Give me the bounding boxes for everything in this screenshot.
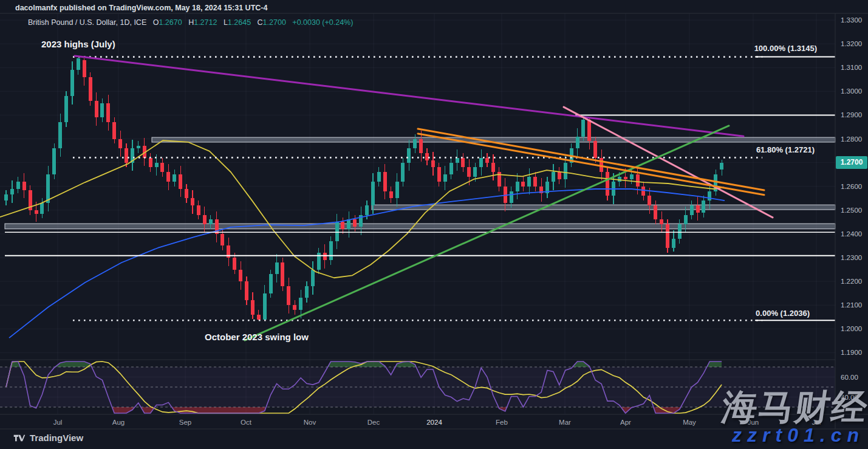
candle	[702, 201, 705, 213]
candle	[419, 139, 423, 153]
candle	[16, 182, 20, 189]
candle	[185, 189, 188, 199]
candle	[173, 174, 176, 182]
candle	[449, 163, 453, 175]
fib-label-618: 61.80% (1.2721)	[756, 145, 815, 154]
candle	[287, 286, 290, 305]
open-label: O	[153, 18, 159, 27]
candle	[648, 196, 651, 205]
low-value: 1.2645	[228, 18, 251, 27]
candle	[552, 172, 555, 182]
candle	[77, 58, 80, 70]
candle	[383, 172, 387, 191]
candle	[347, 219, 350, 229]
candle	[118, 139, 122, 149]
major-downtrend-purple	[75, 56, 743, 136]
publish-attribution: dacolmanfx published on TradingView.com,…	[15, 4, 267, 12]
candle	[269, 274, 273, 293]
candle	[166, 172, 170, 182]
candle	[666, 224, 669, 248]
candle	[95, 101, 98, 117]
candle	[233, 258, 236, 270]
candle	[281, 262, 284, 286]
last-price-badge: 1.2700	[836, 156, 867, 169]
candle	[311, 270, 315, 286]
candle	[636, 174, 640, 187]
candle	[40, 203, 44, 214]
candle	[203, 215, 207, 225]
candle	[160, 163, 164, 173]
candle	[365, 205, 369, 215]
candle	[100, 103, 104, 117]
candle	[22, 182, 26, 190]
candle	[10, 189, 14, 195]
candle	[220, 234, 224, 246]
candle	[275, 262, 279, 275]
candle	[696, 205, 700, 213]
candle	[708, 191, 711, 201]
candle	[641, 187, 645, 196]
candle	[467, 167, 471, 177]
candle	[293, 305, 296, 310]
candle	[456, 158, 459, 163]
candle	[179, 174, 182, 188]
candle	[4, 194, 8, 201]
candle	[558, 172, 561, 179]
candle	[299, 298, 302, 310]
candle	[389, 191, 393, 199]
candle	[83, 60, 86, 77]
change-value: +0.0030 (+0.24%)	[292, 18, 353, 27]
candle	[407, 148, 411, 162]
candle	[684, 215, 688, 225]
price-chart-canvas[interactable]	[0, 0, 868, 449]
candle	[35, 210, 38, 214]
candle	[257, 315, 261, 320]
candle	[137, 146, 140, 148]
candle	[341, 222, 344, 229]
candle	[593, 141, 597, 157]
candle	[335, 222, 339, 241]
candle	[461, 158, 465, 168]
close-value: 1.2700	[263, 18, 286, 27]
candle	[125, 148, 128, 162]
candle	[425, 153, 429, 160]
high-value: 1.2712	[194, 18, 217, 27]
fib-label-100: 100.00% (1.3145)	[754, 44, 817, 53]
candle	[510, 191, 513, 204]
candle	[485, 158, 489, 163]
candle	[678, 224, 682, 238]
candle	[690, 205, 694, 215]
candle	[576, 137, 579, 149]
candle	[58, 122, 62, 148]
candle	[413, 139, 417, 149]
watermark-site: zzrt01.cn	[732, 424, 864, 447]
candle	[473, 167, 477, 177]
candle	[527, 177, 531, 187]
candle	[564, 163, 567, 179]
high-label: H	[188, 18, 194, 27]
tradingview-snapshot: dacolmanfx published on TradingView.com,…	[0, 0, 868, 449]
demand-zone-1.2430	[5, 224, 835, 229]
candle	[197, 205, 200, 215]
symbol-title: British Pound / U.S. Dollar, 1D, ICE	[28, 18, 146, 27]
low-label: L	[224, 18, 228, 27]
candle	[587, 120, 591, 141]
annotation-oct-swing-low: October 2023 swing low	[205, 332, 309, 342]
candle	[443, 174, 447, 182]
close-label: C	[258, 18, 263, 27]
orange-channel-lower	[418, 134, 764, 195]
candle	[660, 219, 663, 224]
candle	[251, 300, 255, 314]
candle	[618, 177, 621, 182]
candle	[209, 219, 213, 224]
candle	[89, 77, 92, 101]
trendlines-layer	[75, 56, 773, 340]
candle	[155, 163, 159, 168]
tradingview-logo-text: TradingView	[30, 433, 83, 443]
open-value: 1.2670	[159, 18, 182, 27]
tradingview-logo[interactable]: TradingView	[13, 433, 83, 443]
candle	[521, 182, 525, 187]
candle	[437, 167, 441, 181]
candle	[305, 286, 309, 298]
candle	[149, 158, 152, 168]
